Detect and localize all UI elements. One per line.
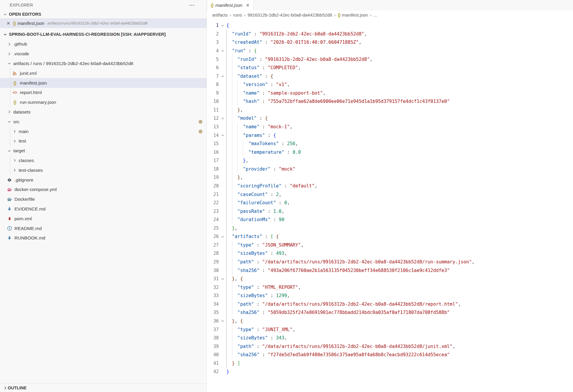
code-line-19[interactable]: 19},: [207, 173, 573, 182]
code-line-11[interactable]: 11},: [207, 106, 573, 114]
code-line-27[interactable]: 27"type" : "JSON_SUMMARY",: [207, 241, 573, 250]
code-line-35[interactable]: 35"sha256" : "5059db325f247e8691901ec778…: [207, 308, 573, 317]
fold-chevron-icon[interactable]: [219, 48, 226, 53]
tree-item-src[interactable]: src: [0, 117, 207, 127]
code-line-33[interactable]: 33"sizeBytes" : 1299,: [207, 291, 573, 300]
code-line-25[interactable]: 25},: [207, 224, 573, 233]
code-line-30[interactable]: 30"sha256" : "493a206f67760ae2b1a563135f…: [207, 266, 573, 275]
tree-item-artifacts-runs-9916312b-2db2-42ec-b0a8-da4423bb52d8[interactable]: artifacts / runs / 9916312b-2db2-42ec-b0…: [0, 59, 207, 69]
chevron-right-icon[interactable]: [7, 51, 12, 56]
line-number: 9: [207, 90, 219, 96]
tree-indent-guide: [10, 68, 10, 78]
code-line-9[interactable]: 9"name" : "sample-support-bot",: [207, 89, 573, 98]
tree-item-readme.md[interactable]: README.md: [0, 223, 207, 233]
tree-item-.gitignore[interactable]: .gitignore: [0, 175, 207, 185]
code-line-21[interactable]: 21"caseCount" : 2,: [207, 190, 573, 199]
tree-item-run-summary.json[interactable]: {}run-summary.json: [0, 98, 207, 107]
project-section-header[interactable]: SPRING-BOOT-LLM-EVAL-HARNESS-CI-REGRESSI…: [0, 29, 207, 39]
tree-item-docker-compose.yml[interactable]: docker-compose.yml: [0, 185, 207, 195]
chevron-right-icon[interactable]: [12, 129, 17, 134]
code-line-24[interactable]: 24"durationMs" : 90: [207, 216, 573, 224]
close-icon[interactable]: ✕: [7, 21, 13, 26]
tree-item-runbook.md[interactable]: RUNBOOK.md: [0, 233, 207, 243]
breadcrumb-item-...[interactable]: ...: [374, 12, 377, 17]
code-line-18[interactable]: 18"provider" : "mock": [207, 165, 573, 174]
tree-item-classes[interactable]: classes: [0, 156, 207, 166]
code-line-5[interactable]: 5"runId" : "9916312b-2db2-42ec-b0a8-da44…: [207, 55, 573, 64]
code-line-31[interactable]: 31}, {: [207, 275, 573, 283]
code-line-14[interactable]: 14"params" : {: [207, 131, 573, 140]
fold-chevron-icon[interactable]: [219, 23, 226, 28]
tree-item-evidence.md[interactable]: EVIDENCE.md: [0, 204, 207, 214]
code-line-39[interactable]: 39"path" : "/data/artifacts/runs/9916312…: [207, 342, 573, 351]
tab-close-icon[interactable]: ✕: [245, 2, 250, 8]
tree-item-manifest.json[interactable]: {}manifest.json: [0, 78, 207, 88]
code-line-12[interactable]: 12"model" : {: [207, 114, 573, 123]
breadcrumb-item-manifest.json[interactable]: {}manifest.json: [338, 12, 368, 17]
fold-chevron-icon[interactable]: [219, 277, 226, 281]
code-line-29[interactable]: 29"path" : "/data/artifacts/runs/9916312…: [207, 258, 573, 266]
chevron-right-icon[interactable]: [7, 41, 12, 47]
tab-manifest-json[interactable]: {} manifest.json ✕: [207, 0, 254, 11]
code-line-10[interactable]: 10"hash" : "755a752bffae62a8de6900ee06e7…: [207, 97, 573, 106]
code-line-36[interactable]: 36}, {: [207, 317, 573, 325]
chevron-down-icon[interactable]: [7, 61, 12, 66]
code-text: "params" : {: [226, 131, 276, 140]
outline-section-header[interactable]: OUTLINE: [0, 383, 207, 392]
fold-chevron-icon[interactable]: [219, 133, 226, 137]
code-line-26[interactable]: 26"artifacts" : [ {: [207, 232, 573, 241]
fold-chevron-icon[interactable]: [219, 234, 226, 239]
code-line-40[interactable]: 40"sha256" : "f27de5d7ed5ab9f480e73586c3…: [207, 351, 573, 359]
code-line-3[interactable]: 3"createdAt" : "2026-02-01T16:40:07.6604…: [207, 38, 573, 47]
tree-item-datasets[interactable]: datasets: [0, 107, 207, 117]
breadcrumb-item-9916312b-2db2-42ec-b0a8-da4423bb52d8[interactable]: 9916312b-2db2-42ec-b0a8-da4423bb52d8: [248, 12, 332, 17]
code-line-41[interactable]: 41} ]: [207, 359, 573, 368]
tree-item-.github[interactable]: .github: [0, 39, 207, 49]
code-line-2[interactable]: 2"runId" : "9916312b-2db2-42ec-b0a8-da44…: [207, 30, 573, 38]
breadcrumb-item-artifacts[interactable]: artifacts: [212, 12, 228, 17]
code-line-1[interactable]: 1{: [207, 21, 573, 30]
code-line-15[interactable]: 15"maxTokens" : 256,: [207, 140, 573, 148]
chevron-down-icon[interactable]: [7, 148, 12, 153]
open-editors-header[interactable]: OPEN EDITORS: [0, 10, 207, 18]
chevron-right-icon[interactable]: [7, 109, 12, 115]
code-line-13[interactable]: 13"name" : "mock-1",: [207, 123, 573, 131]
code-editor[interactable]: 1{2"runId" : "9916312b-2db2-42ec-b0a8-da…: [207, 19, 573, 392]
fold-chevron-icon[interactable]: [219, 116, 226, 121]
open-editor-item-manifest-json[interactable]: ✕ {} manifest.json artifacts/runs/991631…: [0, 18, 207, 28]
code-line-37[interactable]: 37"type" : "JUNIT_XML",: [207, 325, 573, 334]
fold-chevron-icon[interactable]: [219, 319, 226, 323]
code-line-22[interactable]: 22"failureCount" : 0,: [207, 199, 573, 207]
tree-item-dockerfile[interactable]: Dockerfile: [0, 195, 207, 204]
code-line-17[interactable]: 17},: [207, 156, 573, 165]
chevron-right-icon[interactable]: [12, 138, 17, 144]
code-line-4[interactable]: 4"run" : {: [207, 47, 573, 55]
code-line-7[interactable]: 7"dataset" : {: [207, 72, 573, 80]
line-number: 23: [207, 209, 219, 214]
tree-item-pom.xml[interactable]: pom.xml: [0, 214, 207, 223]
code-line-20[interactable]: 20"scoringProfile" : "default",: [207, 182, 573, 190]
tree-item-test[interactable]: test: [0, 136, 207, 146]
code-line-28[interactable]: 28"sizeBytes" : 493,: [207, 249, 573, 258]
tree-item-test-classes[interactable]: test-classes: [0, 165, 207, 175]
tree-item-target[interactable]: target: [0, 146, 207, 156]
code-line-23[interactable]: 23"passRate" : 1.0,: [207, 207, 573, 216]
more-actions-icon[interactable]: ⋯: [189, 2, 195, 8]
code-line-16[interactable]: 16"temperature" : 0.0: [207, 148, 573, 156]
code-line-32[interactable]: 32"type" : "HTML_REPORT",: [207, 283, 573, 291]
tree-item-.vscode[interactable]: .vscode: [0, 49, 207, 59]
chevron-right-icon[interactable]: [12, 158, 17, 163]
tree-item-main[interactable]: main: [0, 127, 207, 136]
code-line-34[interactable]: 34"path" : "/data/artifacts/runs/9916312…: [207, 300, 573, 309]
chevron-right-icon[interactable]: [12, 168, 17, 173]
code-line-8[interactable]: 8"version" : "v1",: [207, 80, 573, 89]
fold-chevron-icon[interactable]: [219, 74, 226, 78]
code-line-6[interactable]: 6"status" : "COMPLETED",: [207, 64, 573, 72]
breadcrumb-item-runs[interactable]: runs: [233, 12, 242, 17]
code-text: },: [226, 173, 243, 182]
tree-item-report.html[interactable]: <>report.html: [0, 88, 207, 98]
code-line-38[interactable]: 38"sizeBytes" : 343,: [207, 334, 573, 342]
code-line-42[interactable]: 42}: [207, 367, 573, 376]
tree-item-junit.xml[interactable]: junit.xml: [0, 68, 207, 78]
chevron-down-icon[interactable]: [7, 119, 12, 124]
